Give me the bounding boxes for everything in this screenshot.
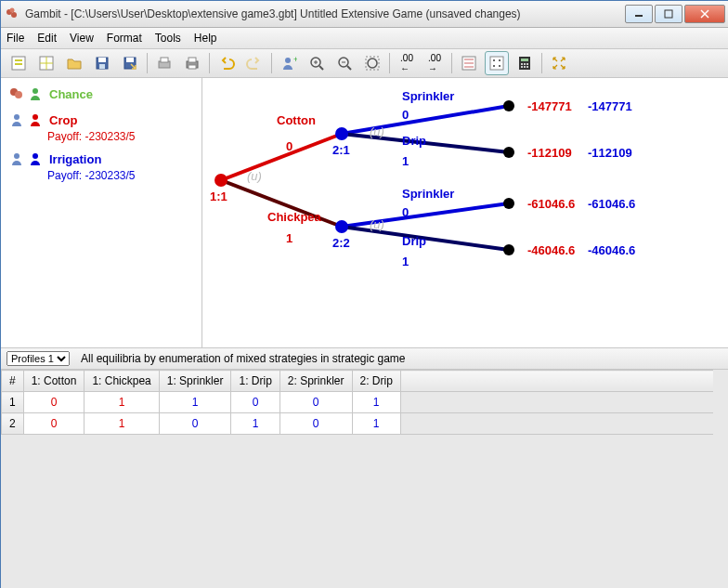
svg-rect-49 — [524, 66, 526, 68]
new-tree-button[interactable] — [6, 51, 31, 75]
redo-button[interactable] — [242, 51, 266, 75]
maximize-button[interactable] — [655, 5, 682, 23]
menu-edit[interactable]: Edit — [37, 32, 57, 45]
svg-point-65 — [335, 127, 348, 140]
svg-point-54 — [14, 114, 20, 120]
svg-rect-4 — [665, 10, 672, 18]
col-num[interactable]: # — [2, 371, 24, 392]
svg-point-67 — [503, 100, 514, 111]
menu-format[interactable]: Format — [107, 32, 142, 45]
col-drip2[interactable]: 2: Drip — [352, 371, 400, 392]
u-annotation: (u) — [370, 217, 384, 231]
leaf-label: Sprinkler — [402, 89, 454, 103]
menu-help[interactable]: Help — [194, 32, 217, 45]
svg-point-70 — [503, 244, 514, 255]
u-annotation: (u) — [247, 169, 262, 183]
saveas-button[interactable] — [118, 51, 142, 75]
print-button[interactable] — [180, 51, 204, 75]
toolbar: + .00← .00→ — [1, 49, 728, 78]
svg-point-55 — [32, 114, 38, 120]
svg-rect-48 — [521, 66, 523, 68]
undo-button[interactable] — [214, 51, 239, 75]
payoff-p1: -112109 — [527, 146, 572, 160]
payoff-p2: -46046.6 — [588, 243, 635, 257]
layout-button-1[interactable] — [457, 51, 481, 75]
row-num: 2 — [2, 413, 24, 435]
minimize-button[interactable] — [625, 5, 653, 23]
leaf-index: 1 — [402, 154, 409, 168]
decimal-add-button[interactable]: .00← — [395, 51, 419, 75]
col-spacer — [400, 371, 713, 392]
player-chance[interactable]: Chance — [8, 85, 194, 102]
branch-chickpea-label: Chickpea — [267, 210, 321, 224]
profiles-table-wrap[interactable]: # 1: Cotton 1: Chickpea 1: Sprinkler 1: … — [1, 369, 728, 588]
node-21-label: 2:1 — [332, 143, 350, 157]
svg-point-68 — [503, 147, 514, 158]
menu-tools[interactable]: Tools — [155, 32, 181, 45]
leaf-label: Drip — [402, 234, 426, 248]
svg-line-26 — [319, 66, 323, 70]
close-button[interactable] — [684, 5, 725, 23]
zoom-fit-button[interactable] — [360, 51, 384, 75]
table-row[interactable]: 1 0 1 1 0 0 1 — [2, 392, 713, 413]
svg-rect-17 — [126, 58, 134, 62]
player-crop[interactable]: Crop — [8, 111, 194, 128]
payoff-p2: -112109 — [588, 146, 632, 160]
table-row[interactable]: 2 0 1 0 1 0 1 — [2, 413, 713, 435]
zoom-in-button[interactable] — [305, 51, 329, 75]
person-icon — [27, 111, 44, 128]
add-player-button[interactable]: + — [277, 51, 301, 75]
svg-point-23 — [285, 58, 291, 63]
svg-point-52 — [15, 91, 22, 98]
svg-point-40 — [499, 59, 500, 61]
menu-file[interactable]: File — [6, 32, 24, 45]
leaf-label: Sprinkler — [402, 187, 454, 201]
calc-button[interactable] — [513, 51, 537, 75]
col-cotton[interactable]: 1: Cotton — [23, 371, 84, 392]
svg-point-69 — [503, 198, 514, 209]
player-label: Irrigation — [49, 152, 101, 166]
irrigation-payoff: Payoff: -230233/5 — [47, 169, 194, 182]
player-panel: Chance Crop Payoff: -230233/5 Irrigation… — [1, 78, 202, 347]
col-drip1[interactable]: 1: Drip — [231, 371, 280, 392]
payoff-p2: -61046.6 — [588, 197, 635, 211]
open-button[interactable] — [62, 51, 86, 75]
svg-point-39 — [493, 59, 495, 61]
svg-point-41 — [493, 65, 495, 67]
svg-rect-47 — [526, 63, 528, 65]
tree-canvas[interactable]: 1:1 Cotton 0 Chickpea 1 (u) 2:1 2:2 (u) … — [202, 78, 728, 347]
new-matrix-button[interactable] — [34, 51, 58, 75]
print-preview-button[interactable] — [152, 51, 176, 75]
expand-button[interactable] — [547, 51, 571, 75]
cell: 0 — [280, 413, 352, 435]
toolbar-sep — [541, 53, 542, 73]
svg-point-53 — [32, 88, 38, 94]
svg-point-1 — [11, 12, 17, 18]
col-chickpea[interactable]: 1: Chickpea — [84, 371, 159, 392]
payoff-p2: -147771 — [588, 99, 632, 113]
svg-point-64 — [214, 174, 228, 187]
svg-rect-19 — [161, 58, 168, 62]
profiles-selector[interactable]: Profiles 1 — [6, 351, 70, 366]
person-icon — [8, 150, 25, 167]
save-button[interactable] — [90, 51, 114, 75]
crop-payoff: Payoff: -230233/5 — [47, 130, 194, 143]
payoff-p1: -61046.6 — [527, 197, 575, 211]
leaf-index: 0 — [402, 108, 409, 122]
player-irrigation[interactable]: Irrigation — [8, 150, 194, 167]
menubar: File Edit View Format Tools Help — [1, 28, 728, 49]
cell-spacer — [400, 392, 713, 413]
table-header-row: # 1: Cotton 1: Chickpea 1: Sprinkler 1: … — [2, 371, 713, 392]
menu-view[interactable]: View — [70, 32, 94, 45]
decimal-remove-button[interactable]: .00→ — [422, 51, 447, 75]
cell: 1 — [84, 413, 159, 435]
col-sprinkler2[interactable]: 2: Sprinkler — [280, 371, 352, 392]
cell: 0 — [23, 392, 84, 413]
person-icon — [27, 85, 44, 102]
zoom-out-button[interactable] — [332, 51, 357, 75]
col-sprinkler1[interactable]: 1: Sprinkler — [159, 371, 231, 392]
svg-point-57 — [32, 153, 38, 159]
svg-point-56 — [14, 153, 20, 159]
layout-button-2[interactable] — [485, 51, 509, 75]
toolbar-sep — [271, 53, 272, 73]
